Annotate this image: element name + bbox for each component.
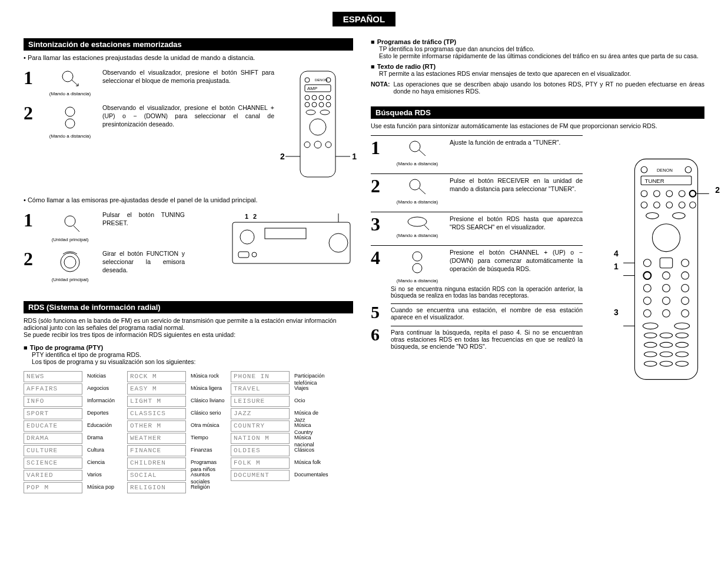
language-label: ESPAÑOL [333,12,395,26]
pty-display-cell: CLASSICS [127,408,186,419]
step-number-1: 1 [24,68,38,87]
pty-display-cell: EDUCATE [24,420,82,432]
svg-point-92 [413,252,422,261]
r-step4-text: Presione el botón CHANNEL + (UP) o − (DO… [450,248,583,273]
svg-point-52 [690,202,696,208]
pty-display-cell: SOCIAL [127,470,186,481]
pty-display-cell: SPORT [24,408,82,419]
pty-desc-cell: Información [86,396,124,407]
pty-display-cell: LEISURE [231,396,290,407]
svg-point-68 [643,309,651,317]
pty-display-cell: DOCUMENT [231,470,290,481]
rt-heading: ■Texto de radio (RT) [371,63,704,70]
r-step-1: 1 [371,138,385,157]
pty-desc-cell: Tiempo [190,433,227,444]
svg-point-21 [62,71,73,82]
pty-desc-cell: Participación telefónica [293,371,331,382]
callout-r1: 1 [614,262,619,271]
svg-text:DENON: DENON [657,168,673,173]
svg-point-84 [676,361,688,366]
svg-point-23 [65,119,75,128]
svg-point-40 [685,166,692,173]
svg-point-35 [61,253,79,272]
svg-point-56 [643,259,651,267]
pty-desc-cell: Clásico serio [190,408,227,419]
r-step-6: 6 [371,326,383,343]
r-step4-note: Si no se encuentra ninguna estación RDS … [391,286,583,299]
rds-search-intro: Use esta función para sintonizar automát… [371,122,704,129]
svg-point-22 [65,107,75,116]
tuning-preset-icon: (Unidad principal) [44,211,97,242]
pty-display-cell: RELIGION [127,482,186,493]
svg-point-45 [666,191,673,197]
pty-display-cell: INFO [24,396,82,407]
svg-point-60 [663,272,670,279]
svg-point-10 [312,102,317,107]
svg-point-77 [660,342,672,348]
callout-2: 2 [280,152,285,161]
bullet-panel-recall: • Cómo llamar a las emisoras pre-ajustad… [24,196,353,203]
r-step-5: 5 [371,303,383,321]
pty-heading: ■Tipo de programa (PTY) [24,344,353,351]
svg-point-46 [679,191,685,197]
svg-point-70 [682,309,689,317]
pty-display-cell: WEATHER [127,433,186,444]
step2-text: Observando el visualizador, presione el … [102,103,274,129]
svg-point-44 [654,191,660,197]
channel-button-icon: (Mando a distancia) [44,103,97,139]
main-unit-diagram: 1 2 [230,211,353,271]
pty-desc-cell: Educación [86,420,124,432]
svg-text:DENON: DENON [315,78,328,82]
svg-point-82 [644,361,657,366]
svg-point-17 [314,141,321,148]
pty-display-cell: JAZZ [231,408,290,419]
pty-desc-cell: Clásicos [293,445,331,456]
pty-display-cell: NEWS [24,371,82,382]
receiver-button-icon: (Mando a distancia) [391,176,444,205]
svg-point-63 [663,285,670,292]
step-number-2: 2 [24,103,38,122]
pty-display-cell: OLDIES [231,445,290,456]
pty-display-cell: SCIENCE [24,458,82,469]
svg-point-29 [252,252,257,257]
function-knob-icon: (Unidad principal) [44,249,97,282]
svg-point-90 [410,179,420,190]
pty-desc-cell: Finanzas [190,445,227,456]
pty-line1: PTY identifica el tipo de programa RDS. [32,351,353,358]
step-number-2b: 2 [24,249,38,268]
svg-point-74 [660,333,672,338]
svg-point-12 [326,102,331,107]
pty-desc-cell: Drama [86,433,124,444]
r-step2-text: Pulse el botón RECEIVER en la unidad de … [450,176,583,193]
nota-label: NOTA: [371,81,390,95]
r-step-4: 4 [371,248,385,267]
svg-point-78 [676,342,688,348]
pty-display-cell: FOLK M [231,458,290,469]
svg-point-58 [682,259,689,267]
svg-rect-37 [634,159,697,379]
svg-point-18 [325,142,331,148]
svg-point-93 [413,263,422,273]
pty-desc-cell: Música Country [293,420,331,432]
pty-display-cell: PHONE IN [231,371,290,382]
svg-point-91 [408,217,427,226]
svg-text:1: 1 [245,213,248,220]
svg-point-75 [676,333,688,338]
shift-button-icon: (Mando a distancia) [44,68,97,96]
callout-r2: 2 [715,185,720,195]
section-preset-tuning: Sintonización de estaciones memorizadas [24,38,353,51]
svg-point-69 [663,309,670,317]
pty-desc-cell: Ciencia [86,458,124,469]
pty-display-cell: DRAMA [24,433,82,444]
pty-desc-cell: Clásico liviano [190,396,227,407]
svg-point-6 [312,95,317,100]
r-step1-text: Ajuste la función de entrada a "TUNER". [450,138,583,146]
r-step3-text: Presione el botón RDS hasta que aparezca… [450,215,583,231]
svg-point-36 [64,256,76,268]
svg-rect-0 [300,71,335,177]
pty-desc-cell: Viajes [293,383,331,395]
tuner-select-icon: (Mando a distancia) [391,138,444,166]
svg-point-13 [306,110,315,115]
svg-point-50 [666,202,673,208]
pty-display-cell: POP M [24,482,82,493]
